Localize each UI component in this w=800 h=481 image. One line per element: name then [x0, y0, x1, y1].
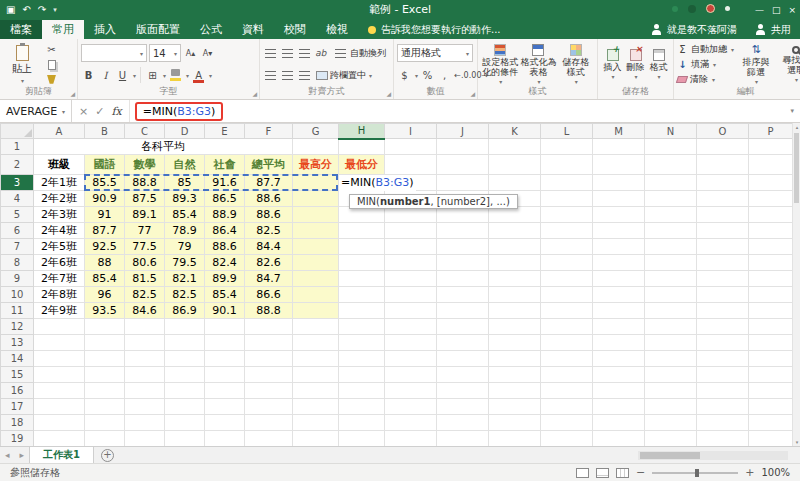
cell[interactable]: 2年6班	[34, 255, 85, 271]
cell[interactable]	[749, 223, 793, 239]
cell[interactable]	[697, 139, 749, 155]
cell[interactable]: 79	[165, 239, 205, 255]
cell[interactable]	[645, 367, 697, 383]
column-header-J[interactable]: J	[437, 124, 489, 139]
cell[interactable]: 88.9	[205, 207, 245, 223]
close-icon[interactable]: ×	[788, 6, 796, 15]
cell[interactable]: 89.3	[165, 191, 205, 207]
cell[interactable]	[245, 335, 293, 351]
sheet-title-cell[interactable]: 各科平均	[34, 139, 293, 155]
font-dialog-launcher-icon[interactable]: ◢	[252, 90, 257, 97]
cell[interactable]	[34, 319, 85, 335]
cell[interactable]: 88	[85, 255, 125, 271]
cell[interactable]: 93.5	[85, 303, 125, 319]
cell[interactable]: 89.1	[125, 207, 165, 223]
cell[interactable]	[749, 207, 793, 223]
cell[interactable]	[385, 367, 437, 383]
copy-button[interactable]	[44, 58, 59, 72]
column-header-K[interactable]: K	[489, 124, 541, 139]
cell[interactable]	[205, 335, 245, 351]
cell[interactable]	[749, 383, 793, 399]
row-header-13[interactable]: 13	[1, 335, 34, 351]
cell[interactable]	[293, 175, 339, 191]
cell[interactable]: 87.7	[85, 223, 125, 239]
fill-button[interactable]: ↓ 填滿 ▾	[677, 58, 734, 71]
cell[interactable]	[125, 319, 165, 335]
cell[interactable]	[541, 207, 593, 223]
cell[interactable]	[293, 191, 339, 207]
cell[interactable]	[34, 399, 85, 415]
cell[interactable]	[749, 155, 793, 175]
cell[interactable]	[125, 335, 165, 351]
cell[interactable]	[125, 431, 165, 447]
cell[interactable]	[645, 155, 697, 175]
cell[interactable]	[541, 223, 593, 239]
cell[interactable]	[645, 415, 697, 431]
cell[interactable]	[165, 415, 205, 431]
maximize-icon[interactable]: □	[772, 6, 781, 15]
cell[interactable]	[339, 335, 385, 351]
cell[interactable]	[541, 191, 593, 207]
cell[interactable]	[749, 415, 793, 431]
tab-formulas[interactable]: 公式	[190, 20, 232, 39]
increase-decimal-button[interactable]: ←.0	[454, 66, 469, 84]
cell[interactable]	[85, 335, 125, 351]
sort-filter-button[interactable]: ⇅ 排序與篩選 ▾	[738, 42, 774, 86]
cell[interactable]	[489, 287, 541, 303]
cell[interactable]	[85, 351, 125, 367]
cell[interactable]	[437, 399, 489, 415]
cell[interactable]	[645, 335, 697, 351]
cell[interactable]	[205, 415, 245, 431]
cell[interactable]	[437, 239, 489, 255]
cell[interactable]	[489, 303, 541, 319]
cell[interactable]	[593, 271, 645, 287]
cell[interactable]: 2年2班	[34, 191, 85, 207]
column-header-N[interactable]: N	[645, 124, 697, 139]
cell[interactable]: 自然	[165, 155, 205, 175]
cell[interactable]	[541, 255, 593, 271]
cell[interactable]: 87.7	[245, 175, 293, 191]
cell[interactable]	[541, 239, 593, 255]
cell[interactable]	[593, 239, 645, 255]
cell[interactable]	[697, 303, 749, 319]
cell[interactable]: 88.6	[205, 239, 245, 255]
row-header-2[interactable]: 2	[1, 155, 34, 175]
cell[interactable]	[645, 175, 697, 191]
cell[interactable]	[34, 383, 85, 399]
cell[interactable]	[205, 431, 245, 447]
cell[interactable]	[293, 223, 339, 239]
cell[interactable]: 最高分	[293, 155, 339, 175]
orientation-button[interactable]: ab	[312, 44, 331, 62]
cell[interactable]	[593, 303, 645, 319]
cell[interactable]	[697, 271, 749, 287]
row-header-4[interactable]: 4	[1, 191, 34, 207]
cell[interactable]	[385, 415, 437, 431]
cell[interactable]: 84.6	[125, 303, 165, 319]
cell[interactable]	[339, 255, 385, 271]
cell[interactable]	[593, 399, 645, 415]
name-box[interactable]: AVERAGE ▾	[0, 100, 72, 122]
cell[interactable]: 班級	[34, 155, 85, 175]
column-header-E[interactable]: E	[205, 124, 245, 139]
cell[interactable]: 2年4班	[34, 223, 85, 239]
cell[interactable]	[489, 155, 541, 175]
tab-review[interactable]: 校閱	[274, 20, 316, 39]
cell[interactable]: 88.6	[245, 207, 293, 223]
cell[interactable]	[593, 223, 645, 239]
cell[interactable]: 92.5	[85, 239, 125, 255]
cell[interactable]	[205, 351, 245, 367]
cell[interactable]	[593, 431, 645, 447]
cell[interactable]	[697, 223, 749, 239]
cell[interactable]	[385, 399, 437, 415]
align-middle-icon[interactable]	[282, 49, 293, 58]
cell[interactable]	[749, 367, 793, 383]
zoom-out-icon[interactable]: −	[636, 466, 645, 479]
cell[interactable]	[489, 335, 541, 351]
row-header-14[interactable]: 14	[1, 351, 34, 367]
cell[interactable]	[541, 415, 593, 431]
cell[interactable]	[165, 383, 205, 399]
row-header-8[interactable]: 8	[1, 255, 34, 271]
conditional-formatting-button[interactable]: 設定格式化的條件 ▾	[481, 42, 519, 86]
cell[interactable]	[697, 155, 749, 175]
vertical-scrollbar[interactable]: ▴ ▾	[792, 123, 800, 446]
